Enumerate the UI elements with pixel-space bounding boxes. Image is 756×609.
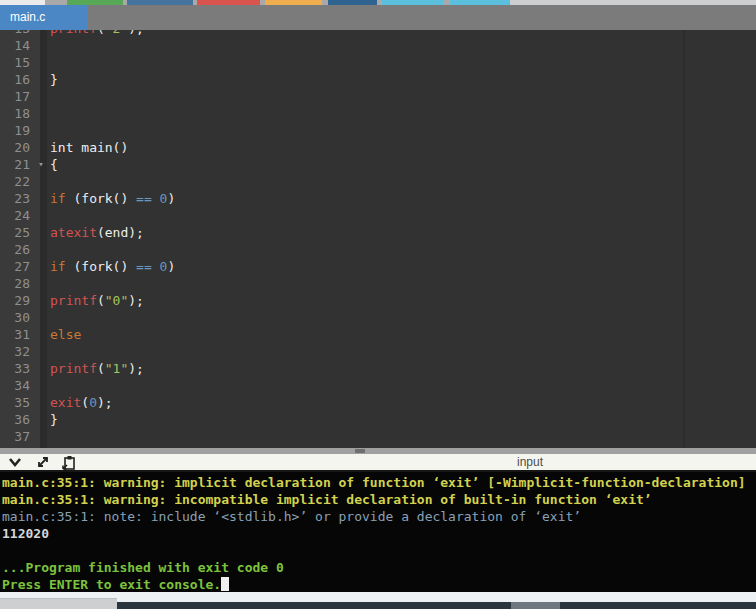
code-line: 27if (fork() == 0) (0, 258, 756, 275)
code-line: 16} (0, 71, 756, 88)
code-token (152, 259, 160, 274)
chevron-down-icon[interactable] (6, 455, 24, 470)
splitter-grip-icon[interactable] (355, 449, 365, 453)
line-number: 18 (0, 105, 32, 122)
code-token: ( (97, 30, 105, 36)
line-number: 19 (0, 122, 32, 139)
console-scrollbar-track[interactable] (117, 602, 756, 609)
code-line: 21▾{ (0, 156, 756, 173)
code-line: 24 (0, 207, 756, 224)
code-line: 19 (0, 122, 756, 139)
code-token: (fork() (66, 259, 136, 274)
console-scrollbar-thumb[interactable] (511, 602, 560, 609)
console-line (2, 542, 756, 559)
code-line: 15 (0, 54, 756, 71)
code-token: ); (128, 293, 144, 308)
console-text: main.c:35:1: note: include ‘<stdlib.h>’ … (2, 509, 581, 524)
code-token: if (50, 191, 66, 206)
code-token: else (50, 327, 81, 342)
console-text: Press ENTER to exit console. (2, 577, 221, 592)
code-token: } (50, 412, 58, 427)
code-line: 29printf("0"); (0, 292, 756, 309)
line-number: 24 (0, 207, 32, 224)
horizontal-scrollbar-thumb[interactable] (0, 598, 117, 609)
console-line: main.c:35:1: warning: incompatible impli… (2, 491, 756, 508)
console-line: main.c:35:1: note: include ‘<stdlib.h>’ … (2, 508, 756, 525)
code-token: == (136, 259, 152, 274)
code-token: ) (167, 259, 175, 274)
code-text: { (50, 157, 58, 172)
code-line: 33printf("1"); (0, 360, 756, 377)
code-token: "1" (105, 361, 128, 376)
code-token: (fork() (66, 191, 136, 206)
code-token: "2" (105, 30, 128, 36)
console-output[interactable]: main.c:35:1: warning: implicit declarati… (0, 472, 756, 592)
code-line: 32 (0, 343, 756, 360)
code-text: if (fork() == 0) (50, 191, 175, 206)
code-token: } (50, 72, 58, 87)
code-line: 18 (0, 105, 756, 122)
console-line: Press ENTER to exit console. (2, 576, 756, 593)
console-line: main.c:35:1: warning: implicit declarati… (2, 474, 756, 491)
code-token: ( (97, 361, 105, 376)
line-number: 32 (0, 343, 32, 360)
code-text: else (50, 327, 81, 342)
line-number: 15 (0, 54, 32, 71)
paste-icon[interactable] (60, 455, 78, 470)
console-text: ...Program finished with exit code 0 (2, 560, 284, 575)
code-line: 22 (0, 173, 756, 190)
code-line: 28 (0, 275, 756, 292)
input-field-label[interactable]: input (517, 455, 543, 469)
code-line: 25atexit(end); (0, 224, 756, 241)
code-line: 13printf("2"); (0, 30, 756, 37)
line-number: 26 (0, 241, 32, 258)
code-line: 26 (0, 241, 756, 258)
code-line: 14 (0, 37, 756, 54)
tab-bar: main.c (0, 5, 756, 30)
code-token (152, 191, 160, 206)
line-number: 36 (0, 411, 32, 428)
terminal-cursor (221, 577, 229, 591)
code-token: 0 (89, 395, 97, 410)
code-lines: 13printf("2");141516}17181920int main()2… (0, 30, 756, 448)
code-token: ); (97, 395, 113, 410)
code-line: 31else (0, 326, 756, 343)
code-token: if (50, 259, 66, 274)
console-text: main.c:35:1: warning: implicit declarati… (2, 475, 746, 490)
console-line: ...Program finished with exit code 0 (2, 559, 756, 576)
code-line: 36} (0, 411, 756, 428)
expand-icon[interactable] (34, 455, 52, 470)
code-line: 20int main() (0, 139, 756, 156)
code-token: printf (50, 361, 97, 376)
code-token: ( (97, 293, 105, 308)
tab-main-c[interactable]: main.c (0, 5, 88, 30)
line-number: 34 (0, 377, 32, 394)
line-number: 33 (0, 360, 32, 377)
line-number: 30 (0, 309, 32, 326)
code-text: exit(0); (50, 395, 113, 410)
line-number: 28 (0, 275, 32, 292)
line-number: 31 (0, 326, 32, 343)
code-token: "0" (105, 293, 128, 308)
line-number: 27 (0, 258, 32, 275)
line-number: 22 (0, 173, 32, 190)
line-number: 23 (0, 190, 32, 207)
code-text: atexit(end); (50, 225, 144, 240)
ide-window: main.c 13printf("2");141516}17181920int … (0, 0, 756, 609)
code-text: if (fork() == 0) (50, 259, 175, 274)
fold-marker-icon[interactable]: ▾ (32, 156, 50, 173)
code-text: } (50, 72, 58, 87)
code-text: printf("1"); (50, 361, 144, 376)
code-token: atexit (50, 225, 97, 240)
code-line: 37 (0, 428, 756, 445)
code-token: == (136, 191, 152, 206)
console-text: main.c:35:1: warning: incompatible impli… (2, 492, 652, 507)
line-number: 29 (0, 292, 32, 309)
code-text: } (50, 412, 58, 427)
line-number: 35 (0, 394, 32, 411)
console-line: 112020 (2, 525, 756, 542)
code-editor[interactable]: 13printf("2");141516}17181920int main()2… (0, 30, 756, 448)
code-token: (end); (97, 225, 144, 240)
code-line: 30 (0, 309, 756, 326)
code-token: ) (167, 191, 175, 206)
